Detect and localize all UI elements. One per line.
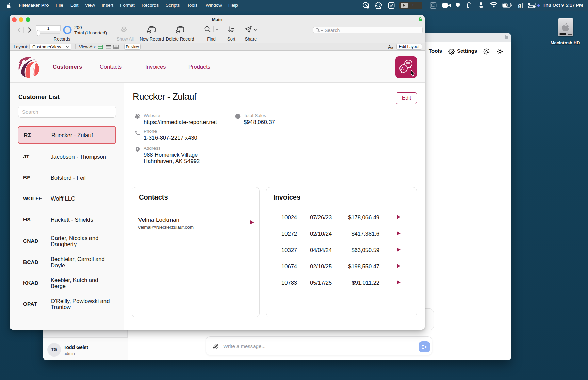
svg-text:AI: AI bbox=[401, 66, 406, 72]
